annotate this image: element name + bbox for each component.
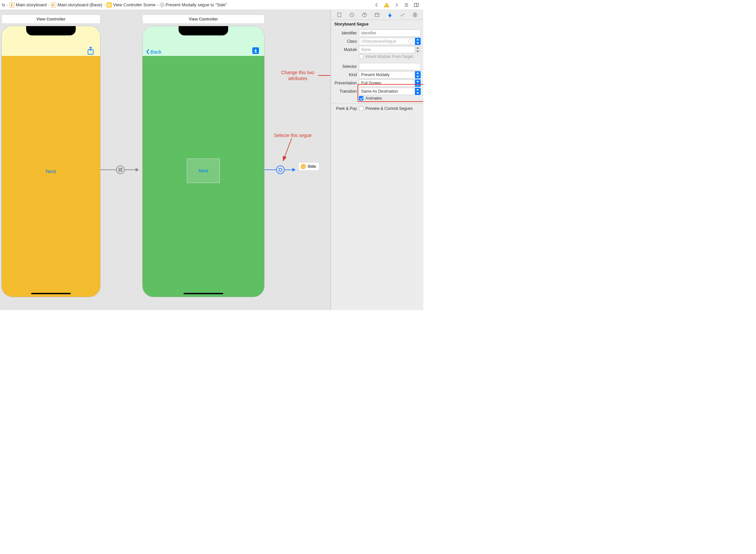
- viewcontroller-icon: [301, 164, 306, 169]
- breadcrumbs: ls › ◧ Main.storyboard › ◧ Main.storyboa…: [2, 2, 373, 8]
- storyboard-canvas[interactable]: View Controller Next: [0, 10, 331, 310]
- transition-label: Transition: [334, 89, 359, 94]
- module-dropdown-button[interactable]: [415, 46, 421, 53]
- svg-rect-7: [338, 13, 341, 17]
- presentation-value: Full Screen: [361, 81, 381, 86]
- scene-icon: ▦: [107, 2, 112, 8]
- row-transition: Transition Same As Destination: [334, 88, 421, 95]
- device-frame: Next: [1, 26, 101, 297]
- annotation-select: Selecte this segue: [274, 132, 312, 138]
- crumb-segue[interactable]: Present Modally segue to "Side": [160, 2, 227, 7]
- outline-toggle-button[interactable]: [403, 1, 410, 9]
- inspector-panel: Storyboard Segue Identifier Class UIStor…: [331, 10, 423, 310]
- storyboard-file-icon: ◧: [9, 2, 14, 8]
- scene-title-bar[interactable]: View Controller: [1, 14, 101, 24]
- transition-dropdown-button[interactable]: [415, 88, 421, 95]
- segue-icon: [160, 3, 164, 7]
- download-icon[interactable]: [252, 47, 259, 54]
- next-button[interactable]: Next: [46, 168, 56, 174]
- animates-label: Animates: [365, 96, 382, 101]
- inspector-section-title: Storyboard Segue: [331, 20, 423, 28]
- connections-inspector-tab[interactable]: [412, 11, 419, 18]
- crumb-base[interactable]: ◧ Main.storyboard (Base) ›: [51, 2, 107, 8]
- home-indicator: [31, 293, 71, 294]
- crumb-scene[interactable]: ▦ View Controller Scene ›: [107, 2, 160, 8]
- peek-value-label: Preview & Commit Segues: [365, 106, 413, 111]
- inspector-body: Identifier Class UIStoryboardSegue ›: [331, 28, 423, 115]
- file-inspector-tab[interactable]: [336, 11, 343, 18]
- scene-vc1[interactable]: View Controller Next: [1, 14, 101, 297]
- transition-select[interactable]: Same As Destination: [359, 88, 415, 95]
- size-inspector-tab[interactable]: [399, 11, 406, 18]
- svg-rect-0: [415, 3, 418, 7]
- class-label: Class: [334, 39, 359, 44]
- row-identifier: Identifier: [334, 30, 421, 37]
- crumb-root-label: ls: [2, 2, 5, 7]
- presentation-dropdown-button[interactable]: [415, 79, 421, 87]
- inherit-label: Inherit Module From Target: [365, 54, 413, 59]
- help-inspector-tab[interactable]: [361, 11, 368, 18]
- crumb-scene-label: View Controller Scene: [113, 2, 155, 7]
- adjust-editor-button[interactable]: [413, 1, 420, 9]
- crumb-root[interactable]: ls ›: [2, 2, 9, 8]
- selector-input[interactable]: [361, 64, 418, 69]
- segue-present-modally[interactable]: [265, 165, 296, 174]
- selector-label: Selector: [334, 64, 359, 69]
- row-module: Module None: [334, 46, 421, 53]
- nav-forward-button[interactable]: [393, 1, 400, 9]
- svg-rect-4: [279, 168, 282, 171]
- scene-vc2[interactable]: View Controller Back Next: [142, 14, 265, 297]
- segue-node-icon: [116, 165, 125, 174]
- presentation-label: Presentation: [334, 81, 359, 86]
- storyboard-reference[interactable]: Side: [298, 162, 319, 171]
- module-value: None: [361, 47, 371, 52]
- row-animates: Animates: [334, 96, 421, 101]
- device-notch: [179, 26, 228, 36]
- arrowhead-icon: [136, 168, 139, 172]
- crumb-file[interactable]: ◧ Main.storyboard ›: [9, 2, 51, 8]
- kind-dropdown-button[interactable]: [415, 71, 421, 78]
- workspace: View Controller Next: [0, 10, 423, 310]
- device-frame: Back Next: [142, 26, 265, 297]
- next-button-label: Next: [46, 168, 56, 174]
- kind-select[interactable]: Present Modally: [359, 71, 415, 78]
- history-inspector-tab[interactable]: [348, 11, 356, 18]
- selector-field[interactable]: [359, 63, 421, 70]
- view-body: [2, 56, 100, 297]
- segue-embed[interactable]: [101, 165, 139, 174]
- segue-line: [285, 169, 292, 170]
- presentation-select[interactable]: Full Screen: [359, 79, 415, 87]
- scene-title-label: View Controller: [189, 17, 218, 21]
- module-field[interactable]: None: [359, 46, 415, 53]
- home-indicator: [184, 293, 223, 294]
- inherit-checkbox[interactable]: [359, 54, 364, 59]
- storyboard-file-icon: ◧: [51, 2, 56, 8]
- container-view[interactable]: Next: [187, 159, 220, 183]
- nav-back-button[interactable]: [373, 1, 380, 9]
- peek-checkbox[interactable]: [359, 106, 364, 111]
- identifier-input[interactable]: [361, 31, 418, 36]
- segue-line: [101, 169, 116, 170]
- share-icon[interactable]: [87, 47, 94, 56]
- identifier-field[interactable]: [359, 30, 421, 37]
- issues-warning-icon[interactable]: [383, 1, 390, 9]
- scene-title-bar[interactable]: View Controller: [142, 14, 265, 24]
- class-value: UIStoryboardSegue: [361, 39, 396, 44]
- chevron-right-icon: ›: [157, 2, 159, 8]
- svg-line-6: [283, 138, 292, 161]
- device-notch: [26, 26, 76, 36]
- container-label: Next: [199, 168, 208, 173]
- transition-value: Same As Destination: [361, 89, 398, 94]
- class-field[interactable]: UIStoryboardSegue ›: [359, 38, 415, 45]
- segue-line: [265, 169, 276, 170]
- jump-bar: ls › ◧ Main.storyboard › ◧ Main.storyboa…: [0, 0, 423, 10]
- animates-checkbox[interactable]: [359, 96, 364, 101]
- attributes-inspector-tab[interactable]: [386, 11, 393, 18]
- identity-inspector-tab[interactable]: [373, 11, 381, 18]
- peek-label: Peek & Pop: [334, 106, 359, 111]
- svg-rect-10: [375, 13, 379, 16]
- class-dropdown-button[interactable]: [415, 38, 421, 45]
- back-button[interactable]: Back: [146, 49, 162, 55]
- row-peek: Peek & Pop Preview & Commit Segues: [334, 106, 421, 111]
- jump-to-class-icon[interactable]: ›: [408, 39, 414, 44]
